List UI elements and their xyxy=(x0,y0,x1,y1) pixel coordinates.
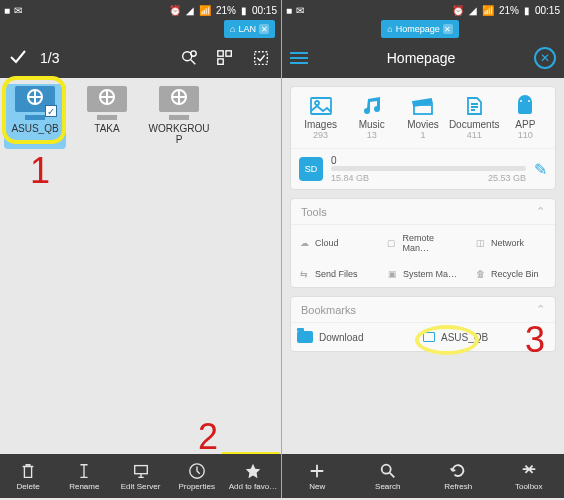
view-icon[interactable] xyxy=(213,46,237,70)
crumb-close-icon[interactable]: ✕ xyxy=(259,24,269,34)
camera-icon: ■ xyxy=(4,5,10,16)
cat-label: Documents xyxy=(449,119,500,130)
grid-item-taka[interactable]: TAKA xyxy=(76,84,138,149)
cat-documents[interactable]: Documents 411 xyxy=(449,95,499,140)
computer-icon: ✓ xyxy=(13,86,57,120)
homepage-header: Homepage ✕ xyxy=(282,38,564,78)
svg-rect-8 xyxy=(311,98,331,114)
clock: 00:15 xyxy=(252,5,277,16)
toolbar-label: Rename xyxy=(69,482,99,491)
bookmark-label: ASUS_QB xyxy=(441,332,488,343)
cat-count: 293 xyxy=(313,130,328,140)
delete-button[interactable]: Delete xyxy=(0,454,56,498)
crumb-lan[interactable]: ⌂ LAN ✕ xyxy=(224,20,275,38)
tool-recycle[interactable]: 🗑Recycle Bin xyxy=(467,261,555,287)
status-bar: ■ ✉ ⏰ ◢ 📶 21% ▮ 00:15 xyxy=(282,0,564,20)
toolbar-label: Add to favo… xyxy=(229,482,277,491)
new-button[interactable]: New xyxy=(282,454,353,498)
add-favorite-button[interactable]: Add to favo… xyxy=(225,454,281,498)
toolbar-label: Delete xyxy=(17,482,40,491)
tool-remote[interactable]: ▢Remote Man… xyxy=(379,225,467,261)
clean-icon[interactable]: ✎ xyxy=(534,160,547,179)
breadcrumb: ⌂ Homepage ✕ xyxy=(282,20,564,38)
cat-movies[interactable]: Movies 1 xyxy=(398,95,448,140)
status-bar: ■ ✉ ⏰ ◢ 📶 21% ▮ 00:15 xyxy=(0,0,281,20)
svg-rect-5 xyxy=(255,52,268,65)
toolbar-label: Toolbox xyxy=(515,482,543,491)
close-button[interactable]: ✕ xyxy=(534,47,556,69)
section-title: Tools xyxy=(301,206,327,218)
crumb-label: LAN xyxy=(238,24,256,34)
tool-label: Remote Man… xyxy=(403,233,461,253)
cat-images[interactable]: Images 293 xyxy=(296,95,346,140)
crumb-label: Homepage xyxy=(396,24,440,34)
cat-music[interactable]: Music 13 xyxy=(347,95,397,140)
tools-header[interactable]: Tools ⌃ xyxy=(291,199,555,225)
bookmarks-header[interactable]: Bookmarks ⌃ xyxy=(291,297,555,323)
svg-point-11 xyxy=(381,464,390,473)
wifi-icon: ◢ xyxy=(186,5,194,16)
menu-icon[interactable] xyxy=(290,52,308,64)
edit-server-button[interactable]: Edit Server xyxy=(112,454,168,498)
signal-icon: 📶 xyxy=(199,5,211,16)
bookmark-download[interactable]: Download xyxy=(297,331,423,343)
network-icon: ◫ xyxy=(473,238,487,248)
storage-row[interactable]: SD 0 15.84 GB25.53 GB ✎ xyxy=(291,148,555,189)
grid-item-workgroup[interactable]: WORKGROUP xyxy=(148,84,210,149)
refresh-button[interactable]: Refresh xyxy=(423,454,494,498)
signal-icon: 📶 xyxy=(482,5,494,16)
cat-label: Images xyxy=(304,119,337,130)
grid-item-label: ASUS_QB xyxy=(4,123,66,134)
rename-button[interactable]: Rename xyxy=(56,454,112,498)
sd-icon: SD xyxy=(299,157,323,181)
remote-icon: ▢ xyxy=(385,238,399,248)
grid-item-asus[interactable]: ✓ ASUS_QB xyxy=(4,84,66,149)
tool-network[interactable]: ◫Network xyxy=(467,225,555,261)
grid-item-label: TAKA xyxy=(76,123,138,134)
crumb-homepage[interactable]: ⌂ Homepage ✕ xyxy=(381,20,458,38)
select-all-icon[interactable] xyxy=(249,46,273,70)
tools-card: Tools ⌃ ☁Cloud ▢Remote Man… ◫Network ⇆Se… xyxy=(290,198,556,288)
toolbar-label: Refresh xyxy=(444,482,472,491)
toolbar-label: Search xyxy=(375,482,400,491)
send-icon: ⇆ xyxy=(297,269,311,279)
tool-label: Recycle Bin xyxy=(491,269,539,279)
toolbar-label: Edit Server xyxy=(121,482,161,491)
tool-cloud[interactable]: ☁Cloud xyxy=(291,225,379,261)
confirm-selection-button[interactable] xyxy=(8,47,28,70)
svg-rect-3 xyxy=(226,51,231,56)
battery-icon: ▮ xyxy=(524,5,530,16)
search-button[interactable]: Search xyxy=(353,454,424,498)
tool-system[interactable]: ▣System Ma… xyxy=(379,261,467,287)
toolbar-label: New xyxy=(309,482,325,491)
annotation-1: 1 xyxy=(30,150,50,192)
annotation-2: 2 xyxy=(198,416,218,458)
selection-count: 1/3 xyxy=(40,50,59,66)
notify-icon: ✉ xyxy=(296,5,304,16)
alarm-icon: ⏰ xyxy=(452,5,464,16)
trash-icon: 🗑 xyxy=(473,269,487,279)
toolbox-button[interactable]: Toolbox xyxy=(494,454,565,498)
svg-rect-6 xyxy=(134,465,147,473)
cat-label: Music xyxy=(359,119,385,130)
tool-send[interactable]: ⇆Send Files xyxy=(291,261,379,287)
wifi-icon: ◢ xyxy=(469,5,477,16)
search-icon[interactable] xyxy=(177,46,201,70)
properties-button[interactable]: Properties xyxy=(169,454,225,498)
notify-icon: ✉ xyxy=(14,5,22,16)
bookmark-asus[interactable]: ASUS_QB xyxy=(423,331,549,343)
tool-label: Network xyxy=(491,238,524,248)
grid-item-label: WORKGROUP xyxy=(148,123,210,145)
left-toolbar: Delete Rename Edit Server Properties Add… xyxy=(0,454,281,498)
cat-app[interactable]: APP 110 xyxy=(500,95,550,140)
sd-count: 0 xyxy=(331,155,526,166)
svg-rect-4 xyxy=(218,59,223,64)
cat-label: APP xyxy=(515,119,535,130)
section-title: Bookmarks xyxy=(301,304,356,316)
svg-rect-2 xyxy=(218,51,223,56)
right-toolbar: New Search Refresh Toolbox xyxy=(282,454,564,498)
crumb-close-icon[interactable]: ✕ xyxy=(443,24,453,34)
system-icon: ▣ xyxy=(385,269,399,279)
bookmarks-card: Bookmarks ⌃ Download ASUS_QB 3 xyxy=(290,296,556,352)
chevron-up-icon: ⌃ xyxy=(536,303,545,316)
